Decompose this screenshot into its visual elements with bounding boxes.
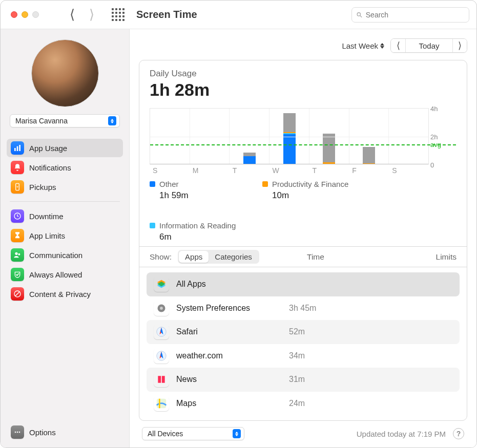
sidebar-item-label: Always Allowed: [29, 270, 82, 279]
pickup-icon: [11, 180, 24, 194]
prev-period-button[interactable]: ⟨: [391, 39, 405, 52]
app-time-label: 31m: [289, 375, 305, 384]
svg-line-1: [360, 15, 362, 17]
sidebar-item-downtime[interactable]: Downtime: [7, 207, 123, 225]
date-nav: ⟨ Today ⟩: [390, 38, 467, 53]
x-tick-label: T: [309, 164, 349, 175]
app-name-label: weather.com: [176, 351, 289, 360]
app-icon: [154, 348, 169, 364]
x-tick-label: F: [349, 164, 389, 175]
user-select-dropdown[interactable]: Marisa Cavanna: [10, 114, 120, 127]
legend-value: 10m: [262, 190, 355, 201]
sidebar-item-app-limits[interactable]: App Limits: [7, 226, 123, 245]
forward-button[interactable]: ⟩: [84, 7, 99, 23]
app-row[interactable]: System Preferences3h 45m: [147, 296, 460, 321]
show-categories-button[interactable]: Categories: [209, 251, 258, 263]
sidebar-item-communication[interactable]: Communication: [7, 246, 123, 264]
svg-rect-3: [17, 146, 18, 151]
help-button[interactable]: ?: [453, 428, 464, 439]
sidebar-item-label: Options: [29, 428, 56, 437]
app-time-label: 24m: [289, 399, 305, 408]
sidebar-item-notifications[interactable]: Notifications: [7, 158, 123, 177]
app-time-label: 34m: [289, 351, 305, 360]
sidebar-separator: [10, 201, 120, 202]
svg-point-15: [160, 307, 163, 310]
user-avatar[interactable]: [31, 39, 99, 107]
usage-bar[interactable]: [283, 113, 296, 164]
app-name-label: System Preferences: [176, 304, 289, 313]
usage-chart: 4h2h0avg SMTWTFS: [150, 108, 457, 175]
svg-rect-2: [14, 148, 16, 151]
app-time-label: 52m: [289, 327, 305, 336]
x-tick-label: S: [389, 164, 429, 175]
svg-point-8: [18, 253, 20, 255]
legend-name: Productivity & Finance: [272, 180, 348, 188]
show-apps-button[interactable]: Apps: [179, 251, 209, 263]
bar-segment: [363, 147, 375, 163]
svg-point-7: [15, 252, 17, 255]
usage-bar[interactable]: [243, 153, 256, 164]
sidebar-item-label: Content & Privacy: [29, 290, 91, 298]
minimize-window-button[interactable]: [22, 11, 28, 18]
main-content: Last Week ⟨ Today ⟩ Daily Usage 1h 28m: [130, 29, 476, 447]
last-updated-label: Updated today at 7:19 PM: [357, 430, 446, 438]
app-row[interactable]: Maps24m: [147, 392, 460, 416]
sidebar-item-always-allowed[interactable]: Always Allowed: [7, 265, 123, 284]
sidebar-item-label: Communication: [29, 251, 82, 260]
x-tick-label: T: [230, 164, 269, 175]
ellipsis-icon: [11, 425, 24, 439]
sidebar-item-options[interactable]: Options: [7, 423, 123, 441]
y-tick-label: 0: [430, 161, 454, 169]
search-icon: [356, 11, 363, 18]
sidebar-item-label: Notifications: [29, 163, 71, 172]
sidebar-item-label: Pickups: [29, 183, 56, 191]
app-time-label: 3h 45m: [289, 304, 316, 313]
updown-caret-icon: [380, 43, 384, 49]
app-row[interactable]: All Apps: [147, 272, 460, 296]
today-button[interactable]: Today: [405, 39, 452, 52]
legend-swatch-information: [150, 223, 155, 228]
app-row[interactable]: weather.com34m: [147, 344, 460, 368]
bell-icon: [11, 161, 24, 174]
y-tick-label: 4h: [430, 105, 454, 113]
bar-segment: [363, 163, 375, 164]
bar-segment: [323, 162, 335, 164]
usage-bar[interactable]: [323, 134, 335, 164]
sidebar: Marisa Cavanna App Usage Notifications: [1, 29, 130, 447]
column-header-time: Time: [307, 252, 399, 262]
chart-legend: Other 1h 59m Productivity & Finance 10m …: [150, 180, 457, 242]
next-period-button[interactable]: ⟩: [452, 39, 467, 52]
x-tick-label: W: [269, 164, 309, 175]
window-title: Screen Time: [136, 9, 197, 20]
x-tick-label: M: [190, 164, 230, 175]
date-range-dropdown[interactable]: Last Week: [342, 41, 384, 50]
back-button[interactable]: ⟨: [65, 7, 80, 23]
device-select-dropdown[interactable]: All Devices: [142, 427, 244, 440]
app-icon: [154, 324, 169, 339]
show-all-prefs-button[interactable]: [111, 8, 125, 22]
sidebar-item-app-usage[interactable]: App Usage: [7, 139, 123, 157]
app-name-label: Maps: [176, 399, 289, 408]
sidebar-item-content-privacy[interactable]: Content & Privacy: [7, 285, 123, 303]
legend-swatch-productivity: [262, 181, 268, 187]
sidebar-item-label: App Limits: [29, 231, 65, 240]
app-row[interactable]: Safari52m: [147, 320, 460, 344]
sidebar-item-pickups[interactable]: Pickups: [7, 178, 123, 196]
no-entry-icon: [11, 287, 24, 301]
usage-bar[interactable]: [363, 147, 375, 164]
close-window-button[interactable]: [11, 11, 17, 18]
sidebar-item-label: App Usage: [29, 144, 67, 153]
app-icon: [154, 276, 169, 292]
search-field[interactable]: [351, 7, 469, 23]
app-list: All AppsSystem Preferences3h 45mSafari52…: [139, 267, 467, 420]
svg-point-0: [357, 12, 360, 15]
zoom-window-button[interactable]: [32, 11, 39, 18]
bar-segment: [323, 134, 335, 162]
sidebar-item-label: Downtime: [29, 212, 64, 221]
svg-line-10: [15, 292, 19, 296]
user-name-label: Marisa Cavanna: [15, 117, 68, 125]
search-input[interactable]: [366, 11, 465, 19]
app-icon: [154, 396, 169, 411]
app-row[interactable]: News31m: [147, 368, 460, 392]
communication-icon: [11, 248, 24, 262]
